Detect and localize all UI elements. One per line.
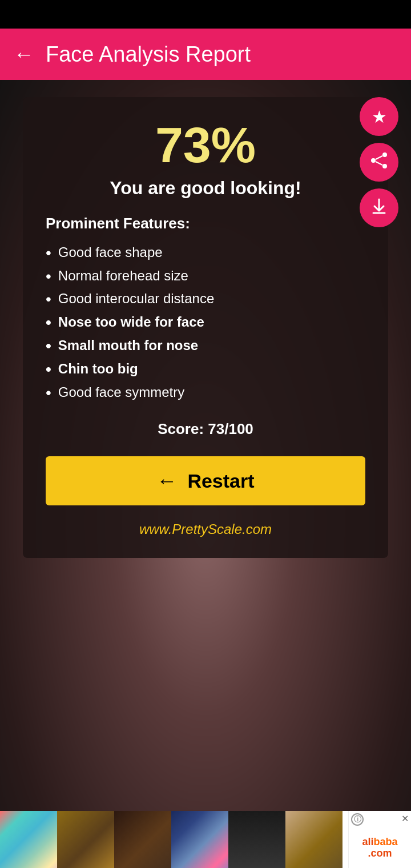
- feature-text: Nose too wide for face: [58, 314, 204, 330]
- list-item: • Good face symmetry: [46, 381, 365, 405]
- ad-logo-area: ⓘ ✕ alibaba.com: [348, 811, 411, 868]
- feature-text: Chin too big: [58, 361, 138, 377]
- main-content: 73% You are good looking! Prominent Feat…: [0, 80, 411, 811]
- status-bar: [0, 0, 411, 29]
- ad-close-button[interactable]: ✕: [401, 813, 409, 824]
- bullet-icon: •: [46, 337, 51, 355]
- feature-text: Good face symmetry: [58, 384, 184, 400]
- score-percent: 73%: [46, 118, 365, 173]
- ad-thumb-3[interactable]: [114, 811, 171, 868]
- score-tagline: You are good looking!: [46, 178, 365, 199]
- bullet-icon: •: [46, 268, 51, 286]
- restart-label: Restart: [187, 470, 254, 492]
- action-buttons-container: ★: [360, 97, 398, 227]
- bullet-icon: •: [46, 291, 51, 308]
- list-item: • Nose too wide for face: [46, 311, 365, 335]
- svg-line-3: [376, 156, 382, 159]
- feature-text: Small mouth for nose: [58, 337, 198, 353]
- list-item: • Small mouth for nose: [46, 335, 365, 358]
- features-list: • Good face shape • Normal forehead size…: [46, 242, 365, 405]
- bullet-icon: •: [46, 244, 51, 262]
- share-button[interactable]: [360, 143, 398, 182]
- svg-point-1: [371, 158, 376, 163]
- list-item: • Chin too big: [46, 358, 365, 381]
- bullet-icon: •: [46, 314, 51, 332]
- feature-text: Good face shape: [58, 244, 163, 260]
- alibaba-logo: alibaba.com: [362, 837, 397, 859]
- list-item: • Good interocular distance: [46, 288, 365, 311]
- ad-thumb-2[interactable]: [57, 811, 114, 868]
- back-button[interactable]: ←: [14, 42, 34, 66]
- svg-point-2: [382, 164, 387, 168]
- result-card: 73% You are good looking! Prominent Feat…: [23, 97, 388, 558]
- bullet-icon: •: [46, 361, 51, 379]
- ad-banner: ⓘ ✕ alibaba.com: [0, 811, 411, 868]
- ad-info-icon[interactable]: ⓘ: [351, 813, 364, 826]
- svg-point-0: [382, 152, 387, 157]
- website-link: www.PrettyScale.com: [46, 521, 365, 537]
- restart-button[interactable]: ← Restart: [46, 456, 365, 505]
- share-icon: [370, 151, 388, 174]
- list-item: • Good face shape: [46, 242, 365, 265]
- ad-thumb-5[interactable]: [228, 811, 285, 868]
- feature-text: Good interocular distance: [58, 291, 215, 307]
- svg-line-4: [376, 162, 382, 165]
- star-icon: ★: [372, 107, 387, 127]
- bullet-icon: •: [46, 384, 51, 402]
- download-icon: [370, 197, 388, 219]
- restart-arrow-icon: ←: [156, 469, 177, 493]
- page-title: Face Analysis Report: [46, 42, 251, 67]
- features-heading: Prominent Features:: [46, 215, 365, 232]
- ad-thumb-1[interactable]: [0, 811, 57, 868]
- list-item: • Normal forehead size: [46, 265, 365, 288]
- ad-thumb-6[interactable]: [285, 811, 342, 868]
- ad-thumbnails: [0, 811, 348, 868]
- ad-thumb-4[interactable]: [171, 811, 228, 868]
- app-header: ← Face Analysis Report: [0, 29, 411, 80]
- download-button[interactable]: [360, 188, 398, 227]
- feature-text: Normal forehead size: [58, 268, 188, 284]
- score-line: Score: 73/100: [46, 420, 365, 438]
- favorite-button[interactable]: ★: [360, 97, 398, 136]
